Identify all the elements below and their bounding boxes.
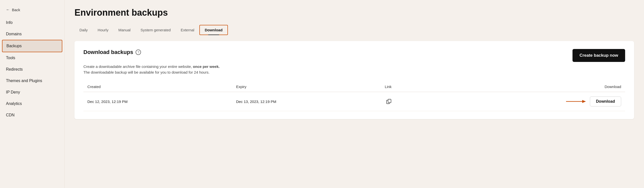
sidebar: ← Back Info Domains Backups Tools Redire…: [0, 0, 64, 188]
cell-download: Download: [430, 92, 625, 111]
col-header-created: Created: [84, 82, 232, 92]
sidebar-nav: Info Domains Backups Tools Redirects The…: [0, 17, 64, 121]
tab-manual[interactable]: Manual: [114, 25, 136, 35]
svg-marker-3: [582, 100, 586, 103]
sidebar-item-themes-plugins[interactable]: Themes and Plugins: [0, 75, 64, 87]
cell-expiry: Dec 13, 2023, 12:19 PM: [232, 92, 381, 111]
table-row: Dec 12, 2023, 12:19 PM Dec 13, 2023, 12:…: [84, 92, 625, 111]
back-label: Back: [12, 8, 20, 12]
description-plain2: The downloadable backup will be availabl…: [84, 70, 210, 74]
cell-link: [381, 92, 430, 111]
sidebar-item-info[interactable]: Info: [0, 17, 64, 28]
backup-table: Created Expiry Link Download Dec 12, 202…: [84, 82, 625, 111]
tab-daily[interactable]: Daily: [74, 25, 92, 35]
card-title-row: Download backups ?: [84, 49, 141, 56]
card-header: Download backups ? Create backup now: [84, 49, 625, 62]
tab-download[interactable]: Download: [199, 25, 228, 35]
copy-link-icon[interactable]: [385, 97, 393, 105]
tab-system-generated[interactable]: System generated: [136, 25, 176, 35]
cell-created: Dec 12, 2023, 12:19 PM: [84, 92, 232, 111]
col-header-expiry: Expiry: [232, 82, 381, 92]
description-plain: Create a downloadable archive file conta…: [84, 64, 192, 69]
description-bold: once per week.: [193, 64, 220, 69]
download-button[interactable]: Download: [590, 96, 621, 106]
download-cell: Download: [434, 96, 621, 106]
sidebar-item-backups[interactable]: Backups: [2, 40, 62, 52]
card-title: Download backups: [84, 49, 133, 56]
back-arrow-icon: ←: [6, 8, 10, 12]
sidebar-item-domains[interactable]: Domains: [0, 28, 64, 40]
sidebar-item-tools[interactable]: Tools: [0, 52, 64, 64]
back-button[interactable]: ← Back: [0, 5, 26, 17]
table-header-row: Created Expiry Link Download: [84, 82, 625, 92]
col-header-download: Download: [430, 82, 625, 92]
main-content: Environment backups Daily Hourly Manual …: [64, 0, 644, 188]
sidebar-item-redirects[interactable]: Redirects: [0, 64, 64, 75]
card-description: Create a downloadable archive file conta…: [84, 64, 625, 75]
content-card: Download backups ? Create backup now Cre…: [74, 41, 634, 119]
tab-hourly[interactable]: Hourly: [92, 25, 113, 35]
page-title: Environment backups: [74, 8, 634, 18]
sidebar-item-ip-deny[interactable]: IP Deny: [0, 87, 64, 98]
svg-rect-1: [388, 99, 391, 103]
sidebar-item-analytics[interactable]: Analytics: [0, 98, 64, 109]
col-header-link: Link: [381, 82, 430, 92]
tabs-nav: Daily Hourly Manual System generated Ext…: [74, 25, 634, 35]
help-icon[interactable]: ?: [136, 50, 141, 55]
tab-external[interactable]: External: [176, 25, 199, 35]
create-backup-button[interactable]: Create backup now: [572, 49, 625, 62]
arrow-indicator-icon: [566, 98, 586, 104]
sidebar-item-cdn[interactable]: CDN: [0, 109, 64, 121]
